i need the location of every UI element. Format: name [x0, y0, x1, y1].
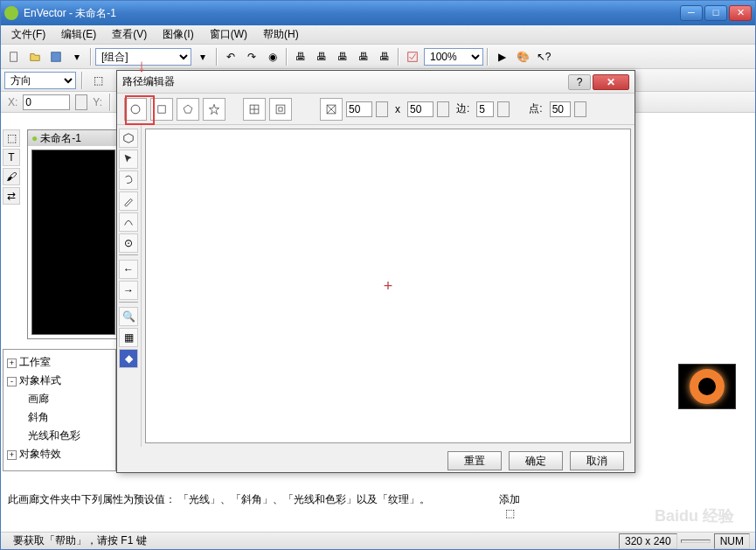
- minimize-button[interactable]: ─: [680, 5, 703, 21]
- lasso-tool-icon[interactable]: [119, 171, 138, 190]
- points-label: 点:: [529, 101, 542, 116]
- fill-tool-icon[interactable]: ◆: [119, 349, 138, 368]
- edges-spinner[interactable]: [497, 101, 510, 117]
- status-num: NUM: [714, 533, 750, 549]
- run-icon[interactable]: ▶: [492, 47, 511, 66]
- menu-image[interactable]: 图像(I): [156, 25, 200, 44]
- crossed-box-icon[interactable]: [320, 98, 343, 121]
- redo-icon[interactable]: ↷: [242, 47, 261, 66]
- print5-icon[interactable]: 🖶: [375, 47, 394, 66]
- menu-help[interactable]: 帮助(H): [256, 25, 306, 44]
- toggle-icon[interactable]: [403, 47, 422, 66]
- dialog-titlebar: 路径编辑器 ? ✕: [117, 71, 635, 94]
- dialog-close-button[interactable]: ✕: [593, 74, 629, 90]
- polygon-shape-icon[interactable]: [177, 98, 199, 121]
- edges-input[interactable]: [476, 101, 494, 117]
- curve-tool-icon[interactable]: [119, 212, 138, 232]
- star-shape-icon[interactable]: [203, 98, 225, 121]
- tree-item-styles[interactable]: -对象样式: [7, 372, 112, 390]
- maximize-button[interactable]: □: [704, 5, 727, 21]
- size-y-spinner[interactable]: [437, 101, 449, 117]
- document-title: ● 未命名-1: [28, 130, 119, 146]
- open-icon[interactable]: [25, 47, 45, 66]
- x-spinner[interactable]: [75, 94, 87, 110]
- points-spinner[interactable]: [574, 101, 586, 117]
- reset-button[interactable]: 重置: [447, 451, 502, 470]
- left-toolbox: ⬚ T 🖌 ⇄: [3, 129, 22, 205]
- size-y-input[interactable]: [407, 101, 433, 117]
- new-icon[interactable]: [4, 47, 24, 66]
- tree-item-bevel[interactable]: 斜角: [7, 408, 112, 427]
- path-editor-dialog: 路径编辑器 ? ✕ x 边: 点: ⊙ ← →: [116, 70, 635, 473]
- palette-icon[interactable]: 🎨: [513, 47, 532, 66]
- dialog-help-button[interactable]: ?: [568, 74, 591, 90]
- cancel-button[interactable]: 取消: [570, 451, 624, 470]
- status-empty: [681, 540, 711, 543]
- diamond-grid-icon[interactable]: [243, 98, 266, 121]
- brush-tool-icon[interactable]: [119, 191, 138, 211]
- zoom-tool-icon[interactable]: 🔍: [119, 307, 138, 326]
- thumbnail-panel[interactable]: [678, 364, 736, 409]
- square-shape-icon[interactable]: [150, 98, 173, 121]
- app-icon: [4, 6, 18, 20]
- watermark: Baidu 经验: [655, 505, 734, 526]
- dialog-title: 路径编辑器: [122, 74, 568, 89]
- print4-icon[interactable]: 🖶: [354, 47, 373, 66]
- paint-tool-icon[interactable]: 🖌: [3, 168, 20, 185]
- x-sep: x: [395, 103, 400, 115]
- swap-tool-icon[interactable]: ⇄: [3, 187, 20, 205]
- document-window: ● 未命名-1: [27, 129, 120, 339]
- points-input[interactable]: [550, 101, 571, 117]
- direction-select[interactable]: 方向: [4, 72, 76, 89]
- undo-icon[interactable]: ↶: [221, 47, 240, 66]
- node-tool-icon[interactable]: ⊙: [119, 233, 138, 253]
- close-button[interactable]: ✕: [729, 5, 752, 21]
- select-tool-icon[interactable]: ⬚: [3, 129, 20, 147]
- menubar: 文件(F) 编辑(E) 查看(V) 图像(I) 窗口(W) 帮助(H): [1, 25, 755, 45]
- svg-rect-8: [276, 105, 285, 114]
- tree-item-lightcolor[interactable]: 光线和色彩: [7, 427, 112, 445]
- tree-panel: +工作室 -对象样式 画廊 斜角 光线和色彩 +对象特效: [3, 349, 116, 471]
- dialog-button-row: 重置 确定 取消: [117, 447, 635, 475]
- arrow-right-icon[interactable]: →: [119, 281, 138, 300]
- dropdown-arrow-icon[interactable]: ▾: [67, 47, 87, 66]
- menu-view[interactable]: 查看(V): [105, 25, 154, 44]
- print2-icon[interactable]: 🖶: [312, 47, 331, 66]
- hexagon-tool-icon[interactable]: [119, 129, 138, 148]
- combo-group[interactable]: [组合]: [95, 48, 191, 66]
- align-icon[interactable]: ⬚: [88, 71, 108, 90]
- text-tool-icon[interactable]: T: [3, 149, 20, 166]
- target-icon[interactable]: ◉: [263, 47, 282, 66]
- print3-icon[interactable]: 🖶: [333, 47, 352, 66]
- tree-item-effects[interactable]: +对象特效: [7, 445, 112, 463]
- tree-item-workspace[interactable]: +工作室: [7, 353, 112, 372]
- layers-tool-icon[interactable]: ▦: [119, 328, 138, 347]
- ok-button[interactable]: 确定: [509, 451, 563, 470]
- size-x-spinner[interactable]: [376, 101, 388, 117]
- arrow-left-icon[interactable]: ←: [119, 260, 138, 279]
- menu-edit[interactable]: 编辑(E): [54, 25, 103, 44]
- menu-window[interactable]: 窗口(W): [203, 25, 254, 44]
- tree-item-gallery[interactable]: 画廊: [7, 390, 112, 408]
- y-label: Y:: [93, 96, 102, 108]
- dropdown-icon[interactable]: ▾: [193, 47, 212, 66]
- add-button[interactable]: 添加 ⬚: [499, 492, 520, 519]
- print-icon[interactable]: 🖶: [291, 47, 310, 66]
- save-icon[interactable]: [46, 47, 66, 66]
- svg-marker-5: [184, 105, 192, 113]
- size-x-input[interactable]: [346, 101, 372, 117]
- x-label: X:: [8, 96, 17, 108]
- zoom-select[interactable]: 100%: [424, 48, 483, 66]
- circle-shape-icon[interactable]: [124, 98, 147, 121]
- svg-rect-0: [10, 52, 17, 61]
- menu-file[interactable]: 文件(F): [4, 25, 52, 44]
- grid-icon[interactable]: [269, 98, 292, 121]
- dialog-canvas[interactable]: +: [145, 129, 631, 443]
- app-title: EnVector - 未命名-1: [24, 6, 680, 21]
- crosshair-icon: +: [384, 277, 393, 296]
- x-input[interactable]: [23, 94, 70, 110]
- pointer-tool-icon[interactable]: [119, 150, 138, 169]
- document-canvas[interactable]: [31, 150, 115, 335]
- svg-point-3: [131, 105, 140, 114]
- help-arrow-icon[interactable]: ↖?: [534, 47, 553, 66]
